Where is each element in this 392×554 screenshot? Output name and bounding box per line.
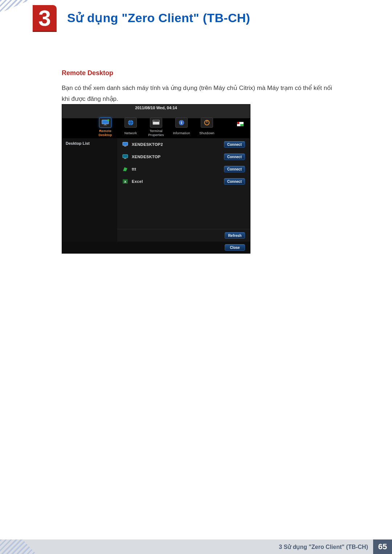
svg-rect-19: [123, 155, 128, 158]
app-icon: [122, 166, 128, 172]
toolbar-label: Network: [124, 129, 137, 137]
toolbar-item-information[interactable]: i Information: [169, 118, 194, 137]
toolbar-item-terminal-properties[interactable]: >_ Terminal Properties: [143, 118, 169, 137]
refresh-button[interactable]: Refresh: [225, 232, 245, 239]
connect-button[interactable]: Connect: [224, 153, 245, 160]
sidebar: Desktop List: [62, 138, 117, 242]
page-number: 65: [373, 539, 392, 554]
list-item-label: XENDESKTOP2: [132, 142, 220, 147]
sidebar-label: Desktop List: [66, 141, 114, 145]
excel-icon: X: [122, 178, 128, 184]
svg-text:i: i: [181, 120, 182, 125]
list-item-label: XENDESKTOP: [132, 155, 220, 159]
embedded-screenshot: 2011/08/10 Wed, 04:14 Remote Desktop Net…: [62, 104, 250, 254]
svg-point-3: [107, 119, 110, 122]
close-button[interactable]: Close: [225, 244, 245, 251]
language-flag-icon[interactable]: [237, 122, 244, 126]
desktop-list-panel: XENDESKTOP2 Connect XENDESKTOP Connect t…: [117, 138, 250, 242]
chapter-number: 3: [38, 5, 51, 31]
page-footer: 3 Sử dụng "Zero Client" (TB-CH) 65: [0, 539, 392, 554]
desktop-icon: [122, 141, 128, 147]
desktop-icon: [122, 154, 128, 160]
section-body: Bạn có thể xem danh sách máy tính và ứng…: [62, 83, 341, 104]
svg-rect-17: [123, 142, 128, 145]
toolbar-item-network[interactable]: Network: [118, 118, 143, 137]
toolbar-label: Remote Desktop: [93, 129, 118, 137]
svg-rect-14: [239, 122, 244, 124]
list-item: XENDESKTOP Connect: [117, 151, 250, 163]
toolbar-item-remote-desktop[interactable]: Remote Desktop: [93, 118, 118, 137]
svg-rect-16: [240, 124, 244, 126]
datetime-label: 2011/08/10 Wed, 04:14: [62, 104, 250, 110]
svg-rect-1: [104, 124, 106, 125]
globe-icon: [124, 118, 137, 128]
section-heading: Remote Desktop: [62, 69, 113, 77]
svg-rect-13: [237, 122, 239, 124]
connect-button[interactable]: Connect: [224, 141, 245, 148]
list-item: X Excel Connect: [117, 175, 250, 188]
list-item-label: Excel: [132, 179, 220, 184]
terminal-icon: >_: [150, 118, 162, 128]
corner-stripes: [0, 0, 30, 13]
svg-rect-2: [103, 125, 107, 125]
list-item: ttt Connect: [117, 163, 250, 175]
list-item: XENDESKTOP2 Connect: [117, 138, 250, 151]
connect-button[interactable]: Connect: [224, 178, 245, 185]
svg-rect-18: [124, 146, 126, 147]
toolbar-label: Information: [173, 129, 190, 137]
toolbar-label: Shutdown: [199, 129, 215, 137]
power-icon: [201, 118, 213, 128]
top-toolbar: Remote Desktop Network >_ Terminal Prope…: [62, 112, 250, 137]
chapter-number-badge: 3: [33, 5, 57, 32]
footer-text: 3 Sử dụng "Zero Client" (TB-CH): [279, 543, 368, 550]
chapter-title: Sử dụng "Zero Client" (TB-CH): [67, 11, 250, 25]
svg-rect-20: [124, 158, 126, 159]
toolbar-item-shutdown[interactable]: Shutdown: [194, 118, 220, 137]
monitor-icon: [99, 118, 111, 128]
list-item-label: ttt: [132, 167, 220, 171]
svg-text:X: X: [124, 180, 126, 184]
svg-rect-15: [237, 124, 240, 126]
svg-text:>_: >_: [154, 120, 156, 122]
info-icon: i: [175, 118, 188, 128]
toolbar-label: Terminal Properties: [143, 129, 169, 137]
connect-button[interactable]: Connect: [224, 166, 245, 172]
